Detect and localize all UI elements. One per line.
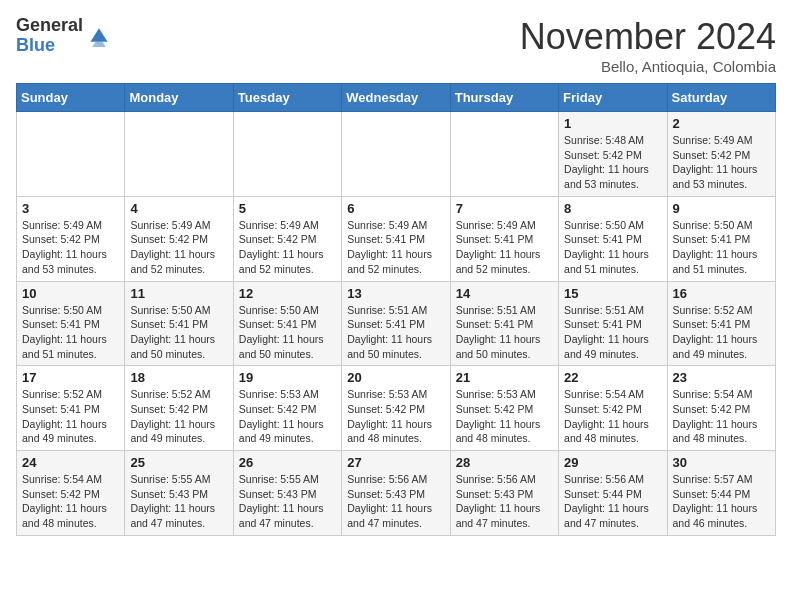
day-number: 10 bbox=[22, 286, 119, 301]
day-number: 29 bbox=[564, 455, 661, 470]
day-info: Sunrise: 5:50 AM Sunset: 5:41 PM Dayligh… bbox=[22, 303, 119, 362]
day-number: 15 bbox=[564, 286, 661, 301]
day-cell-19: 19Sunrise: 5:53 AM Sunset: 5:42 PM Dayli… bbox=[233, 366, 341, 451]
day-info: Sunrise: 5:49 AM Sunset: 5:42 PM Dayligh… bbox=[22, 218, 119, 277]
day-info: Sunrise: 5:49 AM Sunset: 5:41 PM Dayligh… bbox=[347, 218, 444, 277]
week-row: 3Sunrise: 5:49 AM Sunset: 5:42 PM Daylig… bbox=[17, 196, 776, 281]
empty-cell bbox=[17, 112, 125, 197]
day-number: 13 bbox=[347, 286, 444, 301]
day-cell-8: 8Sunrise: 5:50 AM Sunset: 5:41 PM Daylig… bbox=[559, 196, 667, 281]
day-number: 8 bbox=[564, 201, 661, 216]
day-info: Sunrise: 5:51 AM Sunset: 5:41 PM Dayligh… bbox=[456, 303, 553, 362]
day-cell-23: 23Sunrise: 5:54 AM Sunset: 5:42 PM Dayli… bbox=[667, 366, 775, 451]
day-number: 23 bbox=[673, 370, 770, 385]
day-number: 14 bbox=[456, 286, 553, 301]
day-info: Sunrise: 5:52 AM Sunset: 5:41 PM Dayligh… bbox=[22, 387, 119, 446]
day-header-wednesday: Wednesday bbox=[342, 84, 450, 112]
day-cell-18: 18Sunrise: 5:52 AM Sunset: 5:42 PM Dayli… bbox=[125, 366, 233, 451]
day-header-tuesday: Tuesday bbox=[233, 84, 341, 112]
day-cell-28: 28Sunrise: 5:56 AM Sunset: 5:43 PM Dayli… bbox=[450, 451, 558, 536]
day-number: 22 bbox=[564, 370, 661, 385]
day-info: Sunrise: 5:56 AM Sunset: 5:43 PM Dayligh… bbox=[456, 472, 553, 531]
day-cell-29: 29Sunrise: 5:56 AM Sunset: 5:44 PM Dayli… bbox=[559, 451, 667, 536]
day-number: 27 bbox=[347, 455, 444, 470]
day-cell-25: 25Sunrise: 5:55 AM Sunset: 5:43 PM Dayli… bbox=[125, 451, 233, 536]
svg-marker-0 bbox=[90, 28, 107, 42]
day-info: Sunrise: 5:49 AM Sunset: 5:41 PM Dayligh… bbox=[456, 218, 553, 277]
svg-marker-1 bbox=[92, 42, 106, 47]
day-header-saturday: Saturday bbox=[667, 84, 775, 112]
day-cell-7: 7Sunrise: 5:49 AM Sunset: 5:41 PM Daylig… bbox=[450, 196, 558, 281]
day-info: Sunrise: 5:52 AM Sunset: 5:41 PM Dayligh… bbox=[673, 303, 770, 362]
day-number: 19 bbox=[239, 370, 336, 385]
day-cell-11: 11Sunrise: 5:50 AM Sunset: 5:41 PM Dayli… bbox=[125, 281, 233, 366]
day-info: Sunrise: 5:53 AM Sunset: 5:42 PM Dayligh… bbox=[456, 387, 553, 446]
day-number: 5 bbox=[239, 201, 336, 216]
empty-cell bbox=[450, 112, 558, 197]
day-number: 25 bbox=[130, 455, 227, 470]
calendar-body: 1Sunrise: 5:48 AM Sunset: 5:42 PM Daylig… bbox=[17, 112, 776, 536]
day-info: Sunrise: 5:55 AM Sunset: 5:43 PM Dayligh… bbox=[130, 472, 227, 531]
day-number: 3 bbox=[22, 201, 119, 216]
day-info: Sunrise: 5:53 AM Sunset: 5:42 PM Dayligh… bbox=[239, 387, 336, 446]
empty-cell bbox=[233, 112, 341, 197]
day-number: 17 bbox=[22, 370, 119, 385]
days-of-week-row: SundayMondayTuesdayWednesdayThursdayFrid… bbox=[17, 84, 776, 112]
month-title: November 2024 bbox=[520, 16, 776, 58]
logo-blue: Blue bbox=[16, 36, 83, 56]
day-info: Sunrise: 5:56 AM Sunset: 5:43 PM Dayligh… bbox=[347, 472, 444, 531]
day-info: Sunrise: 5:51 AM Sunset: 5:41 PM Dayligh… bbox=[347, 303, 444, 362]
day-info: Sunrise: 5:49 AM Sunset: 5:42 PM Dayligh… bbox=[130, 218, 227, 277]
day-info: Sunrise: 5:50 AM Sunset: 5:41 PM Dayligh… bbox=[239, 303, 336, 362]
day-cell-20: 20Sunrise: 5:53 AM Sunset: 5:42 PM Dayli… bbox=[342, 366, 450, 451]
logo-text: General Blue bbox=[16, 16, 83, 56]
day-number: 16 bbox=[673, 286, 770, 301]
day-number: 9 bbox=[673, 201, 770, 216]
day-cell-6: 6Sunrise: 5:49 AM Sunset: 5:41 PM Daylig… bbox=[342, 196, 450, 281]
day-number: 28 bbox=[456, 455, 553, 470]
day-info: Sunrise: 5:52 AM Sunset: 5:42 PM Dayligh… bbox=[130, 387, 227, 446]
day-cell-14: 14Sunrise: 5:51 AM Sunset: 5:41 PM Dayli… bbox=[450, 281, 558, 366]
day-info: Sunrise: 5:48 AM Sunset: 5:42 PM Dayligh… bbox=[564, 133, 661, 192]
day-number: 26 bbox=[239, 455, 336, 470]
day-cell-16: 16Sunrise: 5:52 AM Sunset: 5:41 PM Dayli… bbox=[667, 281, 775, 366]
day-cell-3: 3Sunrise: 5:49 AM Sunset: 5:42 PM Daylig… bbox=[17, 196, 125, 281]
day-cell-30: 30Sunrise: 5:57 AM Sunset: 5:44 PM Dayli… bbox=[667, 451, 775, 536]
day-info: Sunrise: 5:54 AM Sunset: 5:42 PM Dayligh… bbox=[673, 387, 770, 446]
week-row: 10Sunrise: 5:50 AM Sunset: 5:41 PM Dayli… bbox=[17, 281, 776, 366]
day-cell-12: 12Sunrise: 5:50 AM Sunset: 5:41 PM Dayli… bbox=[233, 281, 341, 366]
day-header-friday: Friday bbox=[559, 84, 667, 112]
week-row: 24Sunrise: 5:54 AM Sunset: 5:42 PM Dayli… bbox=[17, 451, 776, 536]
day-number: 6 bbox=[347, 201, 444, 216]
day-cell-17: 17Sunrise: 5:52 AM Sunset: 5:41 PM Dayli… bbox=[17, 366, 125, 451]
day-cell-9: 9Sunrise: 5:50 AM Sunset: 5:41 PM Daylig… bbox=[667, 196, 775, 281]
day-info: Sunrise: 5:54 AM Sunset: 5:42 PM Dayligh… bbox=[564, 387, 661, 446]
logo-icon bbox=[87, 23, 111, 47]
day-info: Sunrise: 5:50 AM Sunset: 5:41 PM Dayligh… bbox=[673, 218, 770, 277]
day-cell-4: 4Sunrise: 5:49 AM Sunset: 5:42 PM Daylig… bbox=[125, 196, 233, 281]
day-header-sunday: Sunday bbox=[17, 84, 125, 112]
page-header: General Blue November 2024 Bello, Antioq… bbox=[16, 16, 776, 75]
day-info: Sunrise: 5:55 AM Sunset: 5:43 PM Dayligh… bbox=[239, 472, 336, 531]
day-number: 11 bbox=[130, 286, 227, 301]
empty-cell bbox=[342, 112, 450, 197]
logo-general: General bbox=[16, 16, 83, 36]
day-info: Sunrise: 5:57 AM Sunset: 5:44 PM Dayligh… bbox=[673, 472, 770, 531]
day-cell-5: 5Sunrise: 5:49 AM Sunset: 5:42 PM Daylig… bbox=[233, 196, 341, 281]
day-info: Sunrise: 5:56 AM Sunset: 5:44 PM Dayligh… bbox=[564, 472, 661, 531]
day-number: 1 bbox=[564, 116, 661, 131]
day-number: 2 bbox=[673, 116, 770, 131]
day-cell-10: 10Sunrise: 5:50 AM Sunset: 5:41 PM Dayli… bbox=[17, 281, 125, 366]
title-block: November 2024 Bello, Antioquia, Colombia bbox=[520, 16, 776, 75]
day-number: 21 bbox=[456, 370, 553, 385]
day-number: 18 bbox=[130, 370, 227, 385]
day-info: Sunrise: 5:54 AM Sunset: 5:42 PM Dayligh… bbox=[22, 472, 119, 531]
day-cell-2: 2Sunrise: 5:49 AM Sunset: 5:42 PM Daylig… bbox=[667, 112, 775, 197]
day-number: 4 bbox=[130, 201, 227, 216]
day-cell-26: 26Sunrise: 5:55 AM Sunset: 5:43 PM Dayli… bbox=[233, 451, 341, 536]
day-cell-15: 15Sunrise: 5:51 AM Sunset: 5:41 PM Dayli… bbox=[559, 281, 667, 366]
day-cell-24: 24Sunrise: 5:54 AM Sunset: 5:42 PM Dayli… bbox=[17, 451, 125, 536]
day-cell-13: 13Sunrise: 5:51 AM Sunset: 5:41 PM Dayli… bbox=[342, 281, 450, 366]
day-cell-27: 27Sunrise: 5:56 AM Sunset: 5:43 PM Dayli… bbox=[342, 451, 450, 536]
day-info: Sunrise: 5:49 AM Sunset: 5:42 PM Dayligh… bbox=[673, 133, 770, 192]
